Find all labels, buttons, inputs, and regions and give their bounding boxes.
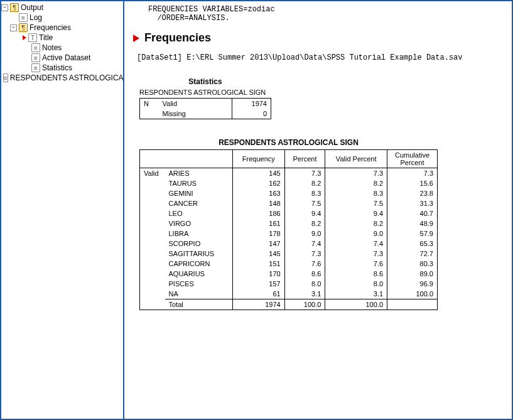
- row-label: VIRGO: [165, 218, 233, 229]
- row-label: PISCES: [165, 279, 233, 289]
- cell-frequency: 147: [233, 239, 285, 249]
- cell-cumulative-percent: [387, 299, 438, 310]
- folder-icon: ¶: [19, 23, 28, 32]
- cell-percent: 8.2: [284, 218, 325, 229]
- cell-frequency: 170: [233, 269, 285, 279]
- tree-item-frequencies[interactable]: − ¶ Frequencies: [1, 23, 123, 33]
- col-percent: Percent: [284, 150, 325, 168]
- tree-label: Log: [30, 13, 42, 22]
- cell-valid-percent: 8.6: [325, 269, 387, 279]
- tree-label: Active Dataset: [42, 53, 90, 62]
- cell-valid-percent: 8.2: [325, 178, 387, 188]
- col-valid-percent: Valid Percent: [325, 150, 387, 168]
- table-row: PISCES1578.08.096.9: [140, 279, 438, 289]
- row-label: LEO: [165, 208, 233, 218]
- cell-percent: 3.1: [284, 289, 325, 299]
- table-row: CAPRICORN1517.67.680.3: [140, 259, 438, 269]
- table-row: VIRGO1618.28.248.9: [140, 218, 438, 229]
- cell-percent: 7.3: [284, 168, 325, 179]
- row-label: SCORPIO: [165, 239, 233, 249]
- row-label: GEMINI: [165, 188, 233, 198]
- cell-frequency: 1974: [233, 299, 285, 310]
- cell-percent: 8.0: [284, 279, 325, 289]
- cell-cumulative-percent: 89.0: [387, 269, 438, 279]
- tree-label: Title: [39, 33, 53, 42]
- cell-frequency: 61: [233, 289, 285, 299]
- row-label: TAURUS: [165, 178, 233, 188]
- cell-frequency: 148: [233, 198, 285, 208]
- tree-item-log[interactable]: ≡ Log: [1, 13, 123, 23]
- table-icon: ≡: [3, 73, 8, 82]
- tree-label: Frequencies: [30, 23, 71, 32]
- outline-sidebar[interactable]: − ¶ Output ≡ Log − ¶ Frequencies T Title…: [1, 1, 124, 419]
- row-label: AQUARIUS: [165, 269, 233, 279]
- section-arrow-icon: [133, 35, 139, 42]
- row-label: LIBRA: [165, 229, 233, 239]
- cell-valid-percent: 7.3: [325, 249, 387, 259]
- cell-valid-percent: 8.2: [325, 218, 387, 229]
- current-marker-icon: [23, 35, 26, 40]
- tree-item-active-dataset[interactable]: ≡ Active Dataset: [1, 53, 123, 63]
- cell-valid-percent: 7.5: [325, 198, 387, 208]
- frequency-table[interactable]: RESPONDENTS ASTROLOGICAL SIGN Frequency …: [139, 138, 438, 310]
- cell-cumulative-percent: 72.7: [387, 249, 438, 259]
- log-icon: ≡: [19, 13, 28, 22]
- collapse-icon[interactable]: −: [1, 4, 8, 11]
- cell-frequency: 151: [233, 259, 285, 269]
- table-row: SCORPIO1477.47.465.3: [140, 239, 438, 249]
- frequency-title: RESPONDENTS ASTROLOGICAL SIGN: [139, 138, 438, 147]
- cell-percent: 7.5: [284, 198, 325, 208]
- cell-valid-percent: 9.4: [325, 208, 387, 218]
- group-label: Valid: [140, 168, 165, 310]
- cell-frequency: 161: [233, 218, 285, 229]
- cell-percent: 7.4: [284, 239, 325, 249]
- table-row-total: Total1974100.0100.0: [140, 299, 438, 310]
- cell-cumulative-percent: 80.3: [387, 259, 438, 269]
- collapse-icon[interactable]: −: [10, 24, 17, 31]
- row-label: SAGITTARIUS: [165, 249, 233, 259]
- statistics-table[interactable]: Statistics RESPONDENTS ASTROLOGICAL SIGN…: [139, 77, 271, 119]
- row-label: CANCER: [165, 198, 233, 208]
- valid-value: 1974: [232, 99, 271, 109]
- cell-cumulative-percent: 48.9: [387, 218, 438, 229]
- cell-valid-percent: 9.0: [325, 229, 387, 239]
- cell-frequency: 157: [233, 279, 285, 289]
- cell-valid-percent: 8.0: [325, 279, 387, 289]
- cell-cumulative-percent: 96.9: [387, 279, 438, 289]
- tree-item-respondents[interactable]: ≡ RESPONDENTS ASTROLOGICAL SIGN: [1, 73, 123, 83]
- cell-frequency: 145: [233, 168, 285, 179]
- cell-valid-percent: 3.1: [325, 289, 387, 299]
- cell-frequency: 186: [233, 208, 285, 218]
- tree-item-output[interactable]: − ¶ Output: [1, 3, 123, 13]
- n-label: N: [140, 99, 159, 109]
- tree-label: Statistics: [42, 63, 72, 72]
- cell-percent: 8.3: [284, 188, 325, 198]
- tree-item-statistics[interactable]: ≡ Statistics: [1, 63, 123, 73]
- row-label: ARIES: [165, 168, 233, 179]
- row-label: Total: [165, 299, 233, 310]
- statistics-subtitle: RESPONDENTS ASTROLOGICAL SIGN: [139, 89, 271, 97]
- col-cumulative-percent: Cumulative Percent: [387, 150, 438, 168]
- missing-value: 0: [232, 109, 271, 119]
- tree-item-notes[interactable]: ≡ Notes: [1, 43, 123, 53]
- valid-label: Valid: [159, 99, 232, 109]
- cell-percent: 100.0: [284, 299, 325, 310]
- cell-percent: 8.6: [284, 269, 325, 279]
- cell-cumulative-percent: 100.0: [387, 289, 438, 299]
- table-row: LIBRA1789.09.057.9: [140, 229, 438, 239]
- tree-item-title[interactable]: T Title: [1, 33, 123, 43]
- tree-label: Notes: [42, 43, 62, 52]
- table-row: NA613.13.1100.0: [140, 289, 438, 299]
- cell-valid-percent: 7.6: [325, 259, 387, 269]
- cell-percent: 9.4: [284, 208, 325, 218]
- cell-valid-percent: 7.3: [325, 168, 387, 179]
- missing-label: Missing: [159, 109, 232, 119]
- cell-valid-percent: 7.4: [325, 239, 387, 249]
- cell-frequency: 163: [233, 188, 285, 198]
- output-content[interactable]: FREQUENCIES VARIABLES=zodiac /ORDER=ANAL…: [124, 1, 512, 419]
- dataset-icon: ≡: [31, 53, 40, 62]
- dataset-path: [DataSet1] E:\ERL Summer 2013\Upload\Dat…: [137, 53, 505, 62]
- col-frequency: Frequency: [233, 150, 285, 168]
- cell-cumulative-percent: 31.3: [387, 198, 438, 208]
- table-row: CANCER1487.57.531.3: [140, 198, 438, 208]
